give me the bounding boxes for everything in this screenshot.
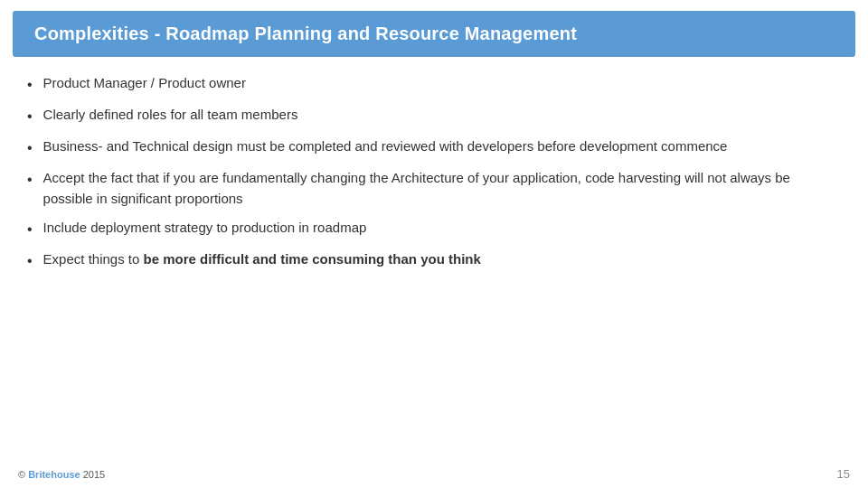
slide: Complexities - Roadmap Planning and Reso… <box>0 0 868 488</box>
bullet-text-4: Accept the fact that if you are fundamen… <box>43 168 841 209</box>
footer-year: 2015 <box>80 469 106 480</box>
bullet-dot-3: • <box>27 137 33 159</box>
bullet-item-4: • Accept the fact that if you are fundam… <box>27 168 841 209</box>
bullet-item-2: • Clearly defined roles for all team mem… <box>27 105 841 127</box>
footer-copyright-symbol: © <box>18 469 28 480</box>
bullet-dot-6: • <box>27 250 33 272</box>
footer-copyright: © Britehouse 2015 <box>18 469 105 480</box>
bullet-text-5: Include deployment strategy to productio… <box>43 218 367 239</box>
bullet-text-6-plain: Expect things to <box>43 251 144 267</box>
footer-page-number: 15 <box>837 467 850 481</box>
footer: © Britehouse 2015 15 <box>0 462 868 488</box>
bullet-text-1: Product Manager / Product owner <box>43 73 246 94</box>
bullet-dot-4: • <box>27 169 33 191</box>
bullet-text-6: Expect things to be more difficult and t… <box>43 249 481 270</box>
slide-title: Complexities - Roadmap Planning and Reso… <box>34 23 834 44</box>
content-area: • Product Manager / Product owner • Clea… <box>0 57 868 462</box>
bullet-item-3: • Business- and Technical design must be… <box>27 136 841 159</box>
bullet-item-1: • Product Manager / Product owner <box>27 73 841 96</box>
bullet-text-3: Business- and Technical design must be c… <box>43 136 728 157</box>
bullet-text-6-bold: be more difficult and time consuming tha… <box>144 251 481 267</box>
footer-brand: Britehouse <box>28 469 80 480</box>
bullet-item-6: • Expect things to be more difficult and… <box>27 249 841 272</box>
bullet-text-2: Clearly defined roles for all team membe… <box>43 105 298 126</box>
bullet-item-5: • Include deployment strategy to product… <box>27 218 841 240</box>
bullet-dot-1: • <box>27 74 33 96</box>
bullet-dot-2: • <box>27 106 33 127</box>
bullet-dot-5: • <box>27 219 33 240</box>
header-bar: Complexities - Roadmap Planning and Reso… <box>13 11 855 57</box>
